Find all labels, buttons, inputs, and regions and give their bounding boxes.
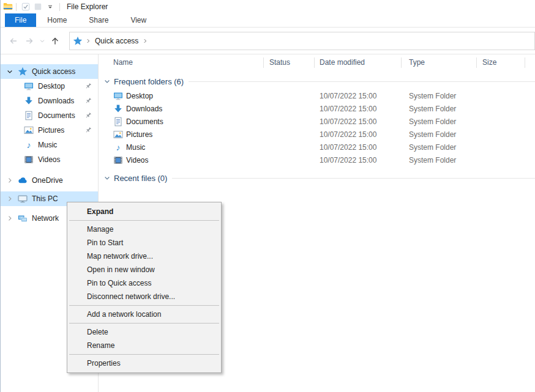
menu-item-open-in-new-window[interactable]: Open in new window (67, 263, 221, 276)
sidebar-item-downloads[interactable]: Downloads (1, 94, 98, 108)
menu-separator (69, 220, 219, 221)
sidebar-item-onedrive[interactable]: OneDrive (1, 173, 98, 188)
sidebar-item-pictures[interactable]: Pictures (1, 123, 98, 138)
pin-icon (84, 83, 92, 90)
downloads-icon (24, 96, 34, 106)
file-row-videos[interactable]: Videos 10/07/2022 15:00 System Folder (99, 154, 535, 167)
sidebar-item-desktop[interactable]: Desktop (1, 79, 98, 94)
videos-film-icon (24, 155, 34, 165)
address-bar[interactable]: Quick access (69, 32, 535, 50)
new-item-button[interactable] (32, 1, 44, 12)
menu-item-expand[interactable]: Expand (67, 205, 221, 218)
forward-button[interactable] (21, 33, 37, 49)
breadcrumb-chevron-icon[interactable] (85, 38, 91, 44)
up-button[interactable] (47, 33, 63, 49)
chevron-right-icon[interactable] (6, 177, 13, 184)
menu-item-add-a-network-location[interactable]: Add a network location (67, 308, 221, 321)
group-header-recent-files[interactable]: Recent files (0) (99, 172, 535, 184)
group-header-label: Frequent folders (6) (114, 77, 184, 86)
breadcrumb-segment[interactable]: Quick access (94, 37, 140, 45)
column-resize-handle[interactable] (476, 57, 477, 68)
sidebar-item-label: OneDrive (32, 176, 63, 185)
menu-item-rename[interactable]: Rename (67, 339, 221, 352)
column-resize-handle[interactable] (314, 57, 315, 68)
sidebar-item-quick-access[interactable]: Quick access (1, 64, 98, 79)
pictures-icon (24, 125, 34, 135)
menu-item-properties[interactable]: Properties (67, 357, 221, 370)
quick-access-star-icon (18, 67, 28, 76)
documents-icon (113, 117, 123, 127)
file-type: System Folder (409, 141, 456, 154)
group-chevron-icon[interactable] (103, 174, 111, 182)
menu-item-pin-to-start[interactable]: Pin to Start (67, 236, 221, 250)
toolbar-separator (16, 3, 17, 11)
toolbar-separator (59, 3, 60, 11)
sidebar-item-label: Music (38, 141, 57, 149)
context-menu: Expand Manage Pin to Start Map network d… (67, 202, 222, 373)
group-header-rule (189, 81, 535, 82)
file-type: System Folder (409, 128, 456, 141)
file-type: System Folder (409, 116, 456, 128)
column-header-size[interactable]: Size (482, 54, 496, 70)
menu-item-manage[interactable]: Manage (67, 223, 221, 236)
column-header-date-modified[interactable]: Date modified (320, 54, 365, 70)
column-resize-handle[interactable] (263, 57, 264, 68)
group-chevron-icon[interactable] (103, 78, 111, 85)
column-header-status[interactable]: Status (269, 54, 290, 70)
file-date-modified: 10/07/2022 15:00 (320, 128, 376, 141)
group-header-rule (172, 178, 535, 179)
file-date-modified: 10/07/2022 15:00 (320, 154, 376, 167)
menu-item-disconnect-network-drive[interactable]: Disconnect network drive... (67, 290, 221, 303)
group-header-label: Recent files (0) (114, 174, 167, 183)
file-row-music[interactable]: ♪ Music 10/07/2022 15:00 System Folder (99, 141, 535, 154)
column-header-type[interactable]: Type (409, 54, 425, 70)
sidebar-item-music[interactable]: ♪ Music (1, 138, 98, 152)
properties-button[interactable] (20, 1, 32, 12)
file-date-modified: 10/07/2022 15:00 (320, 116, 376, 128)
breadcrumb-chevron-icon[interactable] (142, 38, 148, 44)
pictures-icon (113, 130, 123, 139)
desktop-icon (113, 91, 123, 101)
documents-icon (24, 111, 34, 120)
desktop-icon (24, 81, 34, 91)
recent-locations-button[interactable] (37, 33, 47, 49)
chevron-down-icon[interactable] (6, 68, 13, 75)
sidebar-item-label: Downloads (38, 97, 74, 105)
quick-access-star-icon (73, 36, 83, 46)
tab-home[interactable]: Home (36, 13, 78, 27)
column-resize-handle[interactable] (401, 57, 402, 68)
sidebar-item-videos[interactable]: Videos (1, 152, 98, 167)
file-name: Pictures (126, 128, 152, 141)
tab-share[interactable]: Share (78, 13, 119, 27)
computer-icon (18, 194, 28, 204)
file-name: Videos (126, 154, 148, 167)
sidebar-item-label: Desktop (38, 82, 65, 91)
file-date-modified: 10/07/2022 15:00 (320, 90, 376, 103)
file-row-pictures[interactable]: Pictures 10/07/2022 15:00 System Folder (99, 128, 535, 141)
file-row-documents[interactable]: Documents 10/07/2022 15:00 System Folder (99, 116, 535, 128)
customize-quick-access-toolbar-button[interactable] (44, 1, 56, 12)
column-header-name[interactable]: Name (113, 54, 133, 70)
back-button[interactable] (6, 33, 21, 49)
sidebar-item-documents[interactable]: Documents (1, 108, 98, 123)
column-resize-handle[interactable] (525, 57, 525, 68)
pin-icon (84, 112, 92, 119)
chevron-right-icon[interactable] (6, 215, 13, 222)
file-explorer-window: File Explorer File Home Share View Quick… (0, 0, 535, 392)
file-row-desktop[interactable]: Desktop 10/07/2022 15:00 System Folder (99, 90, 535, 103)
menu-separator (69, 354, 219, 355)
group-header-frequent-folders[interactable]: Frequent folders (6) (99, 75, 535, 87)
menu-item-delete[interactable]: Delete (67, 325, 221, 339)
file-name: Documents (126, 116, 163, 128)
menu-separator (69, 323, 219, 324)
tab-file[interactable]: File (5, 13, 36, 27)
ribbon-tab-bar: File Home Share View (1, 13, 535, 28)
onedrive-cloud-icon (18, 176, 28, 185)
menu-item-pin-to-quick-access[interactable]: Pin to Quick access (67, 276, 221, 290)
file-row-downloads[interactable]: Downloads 10/07/2022 15:00 System Folder (99, 103, 535, 116)
menu-separator (69, 305, 219, 306)
file-type: System Folder (409, 154, 456, 167)
chevron-right-icon[interactable] (6, 195, 13, 202)
menu-item-map-network-drive[interactable]: Map network drive... (67, 250, 221, 263)
tab-view[interactable]: View (119, 13, 157, 27)
